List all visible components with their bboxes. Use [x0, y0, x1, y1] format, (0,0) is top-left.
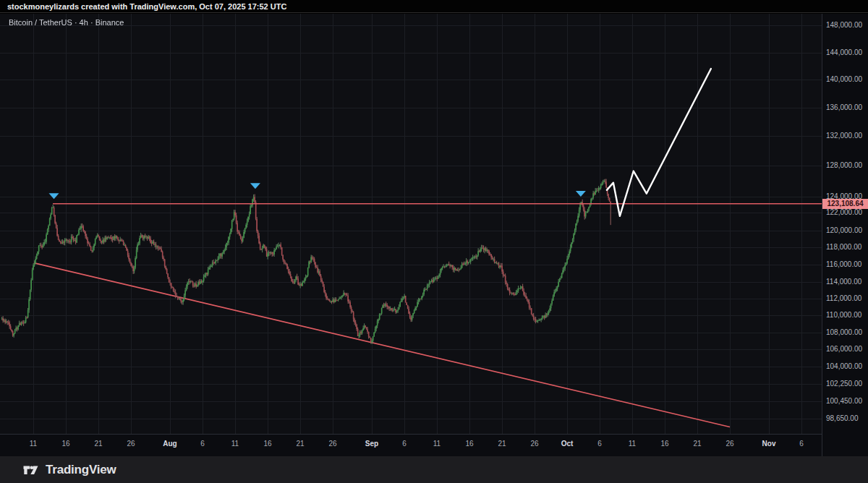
- last-price-label: 123,108.64: [822, 199, 868, 209]
- time-tick-label: 16: [263, 440, 271, 448]
- price-tick-label: 108,000.00: [826, 328, 862, 336]
- time-tick-label: 26: [726, 440, 733, 448]
- time-tick-label: 6: [597, 440, 602, 448]
- price-tick-label: 144,000.00: [826, 48, 862, 56]
- time-tick-label: Oct: [561, 440, 574, 448]
- price-tick-label: 114,000.00: [826, 278, 861, 286]
- time-tick-label: 16: [61, 440, 69, 448]
- time-tick-label: Nov: [762, 440, 776, 448]
- price-axis[interactable]: 123,108.64 148,000.00144,000.00140,000.0…: [822, 14, 868, 456]
- time-tick-label: 26: [530, 440, 538, 448]
- price-tick-label: 116,000.00: [826, 260, 861, 268]
- time-tick-label: 26: [127, 440, 135, 448]
- price-tick-label: 136,000.00: [826, 103, 862, 111]
- time-tick-label: 16: [660, 440, 668, 448]
- symbol-legend[interactable]: Bitcoin / TetherUS · 4h · Binance: [9, 18, 124, 27]
- time-tick-label: 11: [30, 440, 37, 448]
- tradingview-wordmark[interactable]: TradingView: [46, 463, 116, 477]
- attribution-text: stockmoneylizards created with TradingVi…: [7, 2, 286, 11]
- price-tick-label: 98,650.00: [826, 414, 859, 422]
- price-tick-label: 112,000.00: [826, 294, 861, 302]
- time-tick-label: Aug: [163, 440, 176, 448]
- price-tick-label: 140,000.00: [826, 75, 862, 83]
- price-chart-canvas[interactable]: [0, 14, 822, 448]
- price-tick-label: 106,000.00: [826, 345, 862, 353]
- time-tick-label: 11: [629, 440, 636, 448]
- price-tick-label: 102,250.00: [826, 380, 862, 388]
- time-tick-label: 11: [231, 440, 239, 448]
- price-tick-label: 132,000.00: [826, 132, 862, 140]
- time-axis[interactable]: 11162126Aug611162126Sep611162126Oct61116…: [0, 434, 822, 456]
- time-tick-label: 26: [328, 440, 336, 448]
- tradingview-snapshot: stockmoneylizards created with TradingVi…: [0, 0, 868, 483]
- time-tick-label: 21: [94, 440, 102, 448]
- time-tick-label: 6: [402, 440, 407, 448]
- tradingview-logo-icon[interactable]: [22, 461, 39, 479]
- price-tick-label: 104,000.00: [826, 362, 862, 370]
- price-tick-label: 122,000.00: [826, 208, 862, 216]
- price-tick-label: 110,000.00: [826, 311, 861, 319]
- time-tick-label: 21: [693, 440, 701, 448]
- time-tick-label: 16: [465, 440, 473, 448]
- price-tick-label: 100,450.00: [826, 397, 862, 405]
- chart-region: Bitcoin / TetherUS · 4h · Binance: [0, 14, 822, 434]
- price-tick-label: 148,000.00: [826, 21, 862, 29]
- footer-bar: TradingView: [0, 456, 868, 483]
- price-tick-label: 120,000.00: [826, 226, 862, 234]
- price-tick-label: 118,000.00: [826, 243, 861, 251]
- time-tick-label: 21: [296, 440, 304, 448]
- time-tick-label: 6: [799, 440, 804, 448]
- attribution-bar: stockmoneylizards created with TradingVi…: [0, 0, 868, 13]
- time-tick-label: 6: [200, 440, 205, 448]
- symbol-title: Bitcoin / TetherUS · 4h · Binance: [9, 18, 124, 27]
- time-tick-label: 21: [498, 440, 506, 448]
- time-tick-label: 11: [433, 440, 441, 448]
- time-tick-label: Sep: [365, 440, 378, 448]
- price-tick-label: 128,000.00: [826, 161, 862, 169]
